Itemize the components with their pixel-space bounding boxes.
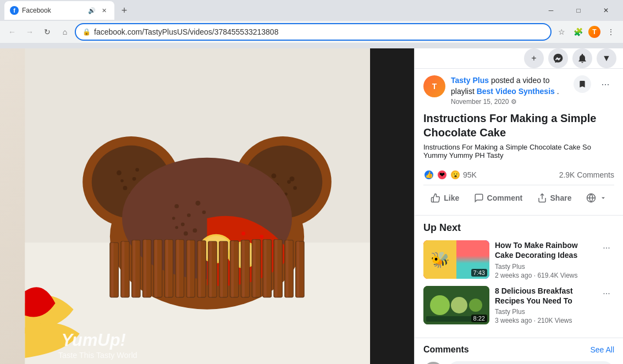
svg-rect-64: [155, 240, 157, 297]
svg-rect-77: [297, 241, 299, 297]
svg-point-84: [430, 295, 450, 315]
comment-input-row: Write a comment… 😊 📷 GIF 🎭: [423, 361, 614, 364]
browser-chrome: f Facebook 🔊 ✕ + ─ □ ✕ ← → ↻ ⌂ 🔒 faceboo…: [0, 0, 623, 48]
video-content: YumUp! Taste This Tasty World: [0, 48, 414, 364]
post-header: T Tasty Plus posted a video to playlist …: [423, 75, 614, 106]
maximize-button[interactable]: □: [566, 2, 591, 19]
see-all-button[interactable]: See All: [590, 345, 614, 354]
comments-title: Comments: [423, 345, 469, 355]
share-label: Share: [550, 194, 572, 202]
video-info-1: How To Make Rainbow Cake Decorating Idea…: [495, 240, 593, 279]
comments-count: 2.9K Comments: [559, 170, 614, 179]
back-button[interactable]: ←: [4, 24, 20, 40]
video-title-2: 8 Delicious Breakfast Recipes You Need T…: [495, 286, 593, 306]
post-reactions: 👍 ❤ 😮 95K 2.9K Comments: [423, 165, 614, 185]
video-duration-1: 7:43: [471, 269, 487, 277]
post-description: Instructions For Making a Simple Chocola…: [423, 143, 614, 159]
post-meta-text: Tasty Plus posted a video to playlist Be…: [451, 75, 568, 97]
video-options-button-2[interactable]: ···: [599, 286, 614, 301]
svg-rect-69: [209, 241, 212, 297]
browser-actions: ☆ 🧩 T ⋮: [554, 24, 619, 40]
up-next-section: Up Next 🐝 7:43 How To Make Rainbow Cake …: [415, 216, 623, 338]
like-button[interactable]: Like: [424, 190, 466, 206]
svg-point-28: [202, 211, 206, 214]
add-icon[interactable]: +: [524, 48, 544, 68]
video-area: YumUp! Taste This Tasty World: [0, 48, 414, 364]
svg-point-33: [260, 235, 264, 239]
svg-point-15: [287, 180, 291, 184]
video-frame[interactable]: YumUp! Taste This Tasty World: [0, 48, 414, 364]
messenger-icon[interactable]: [548, 48, 568, 68]
tab-title: Facebook: [22, 7, 85, 14]
svg-rect-73: [253, 240, 255, 297]
love-reaction: ❤: [437, 169, 448, 180]
save-video-button[interactable]: [574, 75, 591, 93]
up-next-video-2[interactable]: 8:22 8 Delicious Breakfast Recipes You N…: [423, 286, 614, 324]
fb-top-bar: + ▼: [415, 48, 623, 69]
svg-rect-68: [199, 241, 201, 297]
close-button[interactable]: ✕: [593, 2, 619, 19]
share-button[interactable]: Share: [531, 190, 578, 206]
comment-button[interactable]: Comment: [467, 190, 530, 206]
video-channel-1: Tasty Plus: [495, 263, 593, 271]
new-tab-button[interactable]: +: [117, 3, 132, 18]
page-name-link[interactable]: Tasty Plus: [451, 76, 489, 85]
video-options-button-1[interactable]: ···: [599, 240, 614, 256]
svg-rect-67: [188, 240, 190, 297]
svg-point-86: [469, 299, 482, 312]
video-thumbnail-1: 🐝 7:43: [423, 240, 489, 279]
right-panel: + ▼ T Tasty Plus posted a video to playl…: [414, 48, 623, 364]
menu-icon[interactable]: ⋮: [603, 24, 619, 40]
svg-point-24: [196, 201, 201, 206]
svg-text:Taste This Tasty World: Taste This Tasty World: [58, 351, 137, 360]
forward-button[interactable]: →: [22, 24, 37, 40]
svg-rect-76: [286, 240, 288, 297]
comment-input-box[interactable]: Write a comment… 😊 📷 GIF 🎭: [448, 361, 614, 364]
profile-icon[interactable]: T: [587, 24, 602, 40]
svg-rect-71: [231, 241, 234, 297]
svg-rect-75: [275, 240, 277, 297]
reaction-count: 95K: [463, 170, 477, 179]
page-avatar: T: [423, 75, 445, 97]
svg-rect-66: [177, 240, 179, 297]
video-title-1: How To Make Rainbow Cake Decorating Idea…: [495, 240, 593, 260]
video-thumbnail-2: 8:22: [423, 286, 489, 324]
svg-point-17: [290, 177, 295, 181]
svg-point-13: [135, 168, 139, 172]
tab-audio-icon: 🔊: [88, 7, 96, 14]
url-text: facebook.com/TastyPlusUS/videos/37845553…: [94, 27, 544, 36]
extensions-icon[interactable]: 🧩: [570, 24, 586, 40]
playlist-link[interactable]: Best Video Synthesis: [477, 87, 555, 96]
address-bar[interactable]: 🔒 facebook.com/TastyPlusUS/videos/378455…: [75, 23, 552, 41]
svg-rect-65: [166, 240, 168, 297]
home-button[interactable]: ⌂: [57, 24, 73, 40]
svg-point-29: [184, 231, 188, 236]
post-actions: Like Comment Share: [423, 187, 614, 208]
refresh-button[interactable]: ↻: [40, 24, 55, 40]
like-label: Like: [444, 194, 459, 202]
svg-point-7: [117, 170, 122, 175]
svg-point-9: [123, 186, 128, 190]
bookmark-icon[interactable]: ☆: [554, 24, 569, 40]
account-dropdown-icon[interactable]: ▼: [597, 48, 616, 68]
notifications-icon[interactable]: [572, 48, 592, 68]
video-meta-1: 2 weeks ago · 619.4K Views: [495, 272, 593, 279]
minimize-button[interactable]: ─: [538, 2, 564, 19]
privacy-settings-icon[interactable]: ⚙: [511, 98, 517, 106]
main-area: YumUp! Taste This Tasty World + ▼ T: [0, 48, 623, 364]
svg-text:YumUp!: YumUp!: [62, 330, 126, 350]
browser-tab[interactable]: f Facebook 🔊 ✕: [4, 1, 114, 20]
video-sidebar-overlay: [370, 48, 414, 364]
svg-rect-62: [133, 240, 135, 297]
svg-point-85: [451, 297, 467, 313]
svg-point-23: [187, 213, 191, 217]
svg-point-14: [272, 173, 277, 178]
tab-close-button[interactable]: ✕: [99, 5, 109, 15]
video-duration-2: 8:22: [471, 315, 487, 322]
privacy-button[interactable]: [580, 190, 614, 206]
up-next-video-1[interactable]: 🐝 7:43 How To Make Rainbow Cake Decorati…: [423, 240, 614, 279]
post-options-button[interactable]: ···: [597, 75, 614, 93]
svg-point-25: [181, 223, 185, 227]
lock-icon: 🔒: [82, 28, 91, 36]
like-reaction: 👍: [423, 169, 434, 180]
